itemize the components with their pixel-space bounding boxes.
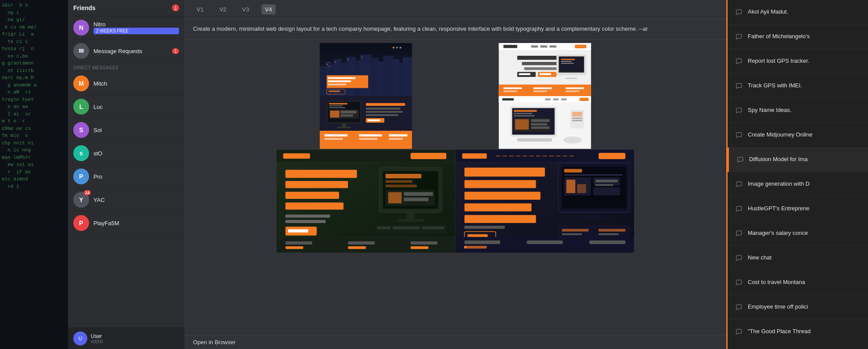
svg-rect-95: [515, 119, 529, 130]
user-name-4: Pro: [93, 173, 179, 180]
svg-rect-148: [464, 215, 536, 223]
chat-label-10: New chat: [748, 254, 861, 262]
terminal-text: ibir b n ng i na gi/ e cv nm me/ frigr L…: [0, 0, 68, 192]
tab-v4[interactable]: V4: [262, 4, 276, 14]
chat-item-10[interactable]: New chat: [728, 246, 868, 270]
chat-item-6[interactable]: Diffusion Model for Ima: [728, 148, 868, 172]
chat-item-3[interactable]: Track GPS with IMEI.: [728, 74, 868, 98]
user-name-3: stO: [93, 150, 179, 157]
discord-user-1[interactable]: L Luc: [68, 95, 184, 119]
svg-rect-112: [285, 203, 343, 210]
user-name-6: PlayFa5M: [93, 220, 179, 227]
msg-req-info: Message Requests: [93, 48, 168, 54]
chat-icon-6: [736, 155, 745, 164]
chat-item-4[interactable]: Spy Name Ideas.: [728, 98, 868, 123]
tab-v1[interactable]: V1: [193, 4, 207, 14]
message-requests-item[interactable]: ✉ Message Requests 1: [68, 40, 184, 63]
discord-user-3[interactable]: s stO: [68, 142, 184, 165]
chat-item-7[interactable]: Image generation with D: [728, 172, 868, 197]
chat-item-2[interactable]: Report lost GPS tracker.: [728, 49, 868, 74]
chat-icon-7: [735, 180, 743, 189]
grid-cell-3: [276, 96, 456, 149]
tab-v3[interactable]: V3: [239, 4, 253, 14]
svg-rect-102: [572, 112, 582, 116]
svg-rect-144: [464, 168, 545, 176]
chat-icon-5: [735, 131, 743, 140]
nitro-label: 2 WEEKS FREE: [96, 29, 129, 33]
svg-rect-146: [464, 192, 540, 200]
svg-rect-35: [575, 44, 586, 48]
svg-rect-66: [341, 114, 353, 116]
chat-label-11: Cost to travel Montana: [748, 278, 861, 286]
svg-rect-96: [531, 119, 549, 122]
svg-rect-50: [499, 84, 591, 96]
friends-badge: 1: [172, 4, 179, 11]
svg-rect-62: [329, 107, 345, 108]
svg-rect-60: [329, 103, 348, 104]
chat-item-12[interactable]: Employee time off polici: [728, 295, 868, 320]
svg-rect-79: [324, 138, 343, 140]
open-browser-button[interactable]: Open in Browser: [193, 339, 236, 345]
svg-rect-38: [524, 67, 556, 70]
svg-rect-131: [422, 227, 444, 230]
svg-rect-22: [328, 80, 351, 82]
tab-v2[interactable]: V2: [216, 4, 230, 14]
discord-user-0[interactable]: M Mitch: [68, 72, 184, 95]
chat-label-2: Report lost GPS tracker.: [748, 57, 861, 65]
svg-rect-158: [593, 187, 620, 195]
user-avatar-4: P: [73, 169, 89, 184]
user-badge-5: 14: [84, 190, 91, 195]
svg-rect-88: [579, 97, 588, 101]
svg-rect-167: [562, 234, 582, 235]
bottom-bar: Open in Browser: [184, 335, 726, 349]
svg-rect-149: [464, 226, 505, 229]
svg-rect-69: [366, 103, 405, 105]
discord-user-2[interactable]: S Sol: [68, 119, 184, 142]
chat-label-8: HustleGPT's Entreprene: [748, 205, 861, 212]
svg-rect-61: [329, 105, 343, 106]
svg-rect-92: [513, 113, 532, 114]
svg-point-177: [589, 241, 592, 244]
svg-rect-143: [599, 153, 625, 159]
chat-item-9[interactable]: Manager's salary conce: [728, 221, 868, 246]
svg-rect-93: [513, 115, 534, 116]
chat-icon-1: [735, 32, 743, 41]
svg-rect-99: [517, 138, 552, 141]
chat-item-8[interactable]: HustleGPT's Entreprene: [728, 197, 868, 221]
chat-icon-3: [735, 82, 743, 90]
svg-rect-121: [386, 185, 417, 187]
svg-rect-173: [589, 241, 625, 244]
svg-rect-74: [367, 119, 380, 121]
svg-rect-104: [572, 120, 582, 121]
svg-rect-130: [393, 227, 420, 230]
chat-item-5[interactable]: Create Midjourney Online: [728, 123, 868, 148]
user-name-2: Sol: [93, 127, 179, 133]
svg-rect-76: [324, 134, 348, 136]
svg-rect-161: [595, 180, 617, 183]
chat-item-13[interactable]: "The Good Place Thread: [728, 320, 868, 344]
svg-rect-125: [404, 198, 428, 201]
svg-rect-55: [533, 90, 547, 92]
chat-item-0[interactable]: Akol Ayii Madut.: [728, 0, 868, 25]
svg-rect-151: [467, 234, 488, 237]
discord-user-6[interactable]: P PlayFa5M: [68, 212, 184, 235]
discord-user-4[interactable]: P Pro: [68, 165, 184, 188]
nitro-item[interactable]: N Nitro 2 WEEKS FREE: [68, 16, 184, 40]
chat-item-11[interactable]: Cost to travel Montana: [728, 270, 868, 295]
svg-rect-109: [285, 170, 357, 178]
svg-rect-100: [563, 137, 581, 144]
svg-rect-51: [503, 87, 522, 89]
svg-rect-25: [329, 90, 340, 92]
chat-item-1[interactable]: Father of Michelangelo's: [728, 25, 868, 49]
user-info-1: Luc: [93, 104, 179, 110]
svg-point-27: [396, 47, 398, 48]
chat-label-6: Diffusion Model for Ima: [749, 155, 861, 163]
grid-cell-1: [276, 43, 456, 96]
svg-rect-31: [503, 45, 517, 48]
svg-rect-46: [561, 59, 575, 60]
svg-rect-168: [599, 229, 625, 232]
nitro-name: Nitro: [93, 21, 179, 28]
discord-user-5[interactable]: Y 14 YAC: [68, 188, 184, 212]
svg-rect-53: [566, 87, 584, 89]
svg-rect-107: [283, 154, 310, 159]
